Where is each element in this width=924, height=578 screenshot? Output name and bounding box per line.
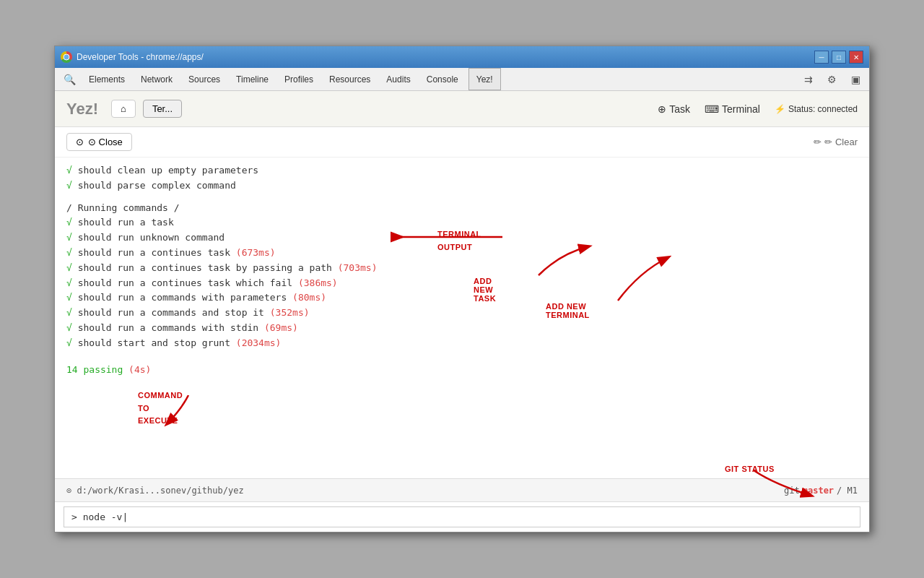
output-line: √ should run a continues task (673ms)	[66, 246, 858, 261]
check-icon: √	[66, 247, 72, 258]
maximize-button[interactable]: □	[832, 51, 846, 64]
check-icon: √	[66, 292, 72, 303]
status-bar: ⊙ d:/work/Krasi...sonev/github/yez GIT S…	[55, 478, 869, 501]
time-value: (352ms)	[270, 307, 310, 318]
passing-time: (4s)	[128, 364, 151, 375]
line-text: should run a task	[78, 217, 174, 228]
git-label: git	[784, 486, 800, 496]
terminal-input[interactable]	[64, 506, 860, 527]
output-line: √ should run a commands with parameters …	[66, 290, 858, 306]
output-line: √ should run unknown command	[66, 230, 858, 246]
check-icon: √	[66, 337, 72, 348]
tab-console[interactable]: Console	[419, 68, 466, 90]
plus-task-icon: ⊕	[658, 103, 666, 115]
output-line: √ should run a continues task which fail…	[66, 276, 858, 291]
output-line: √ should start and stop grunt (2034ms)	[66, 336, 858, 351]
dock-icon[interactable]: ▣	[847, 72, 865, 87]
add-terminal-button[interactable]: ⌨ Terminal	[705, 103, 760, 115]
passing-count: 14 passing	[66, 364, 123, 375]
status-indicator: ⚡ Status: connected	[775, 104, 858, 114]
close-window-button[interactable]: ✕	[849, 51, 863, 64]
toggle-panel-icon[interactable]: ⇉	[800, 72, 817, 87]
clear-label: ✏ Clear	[824, 137, 858, 147]
terminal-label: Terminal	[722, 103, 760, 115]
git-ref: / M1	[837, 486, 858, 496]
line-text: / Running commands /	[66, 202, 180, 213]
line-text: should parse complex command	[78, 180, 236, 191]
time-value: (80ms)	[292, 292, 326, 303]
line-text: should run a continues task by passing a…	[78, 262, 338, 273]
check-icon: √	[66, 232, 72, 243]
pencil-icon: ✏	[814, 137, 821, 147]
home-icon: ⌂	[121, 103, 126, 114]
output-line: √ should run a continues task by passing…	[66, 261, 858, 276]
tab-elements[interactable]: Elements	[82, 68, 132, 90]
minimize-button[interactable]: ─	[814, 51, 829, 64]
check-icon: √	[66, 165, 72, 176]
output-line: / Running commands /	[66, 201, 858, 216]
add-task-button[interactable]: ⊕ Task	[658, 103, 690, 115]
check-icon: √	[66, 217, 72, 228]
output-line: √ should run a commands and stop it (352…	[66, 306, 858, 321]
time-value: (386ms)	[298, 277, 338, 288]
tab-yez[interactable]: Yez!	[468, 68, 501, 90]
time-value: (673ms)	[236, 247, 276, 258]
nav-ter-label: Ter...	[152, 103, 173, 114]
devtools-toolbar: 🔍 Elements Network Sources Timeline Prof…	[55, 68, 869, 91]
window-controls: ─ □ ✕	[814, 51, 863, 64]
time-value: (2034ms)	[236, 337, 282, 348]
line-text: should run a continues task	[78, 247, 236, 258]
lightning-icon: ⚡	[775, 104, 785, 114]
chrome-icon	[61, 51, 72, 63]
output-line: √ should run a commands with stdin (69ms…	[66, 321, 858, 336]
status-text: Status: connected	[788, 104, 858, 114]
content-toolbar: ⊙ ⊙ Close ADD NEW TASK	[55, 127, 869, 158]
tab-audits[interactable]: Audits	[379, 68, 417, 90]
settings-icon[interactable]: ⚙	[823, 72, 841, 87]
git-status: GIT STATUS git master / M1	[784, 486, 858, 496]
line-text: should clean up empty parameters	[78, 165, 258, 176]
nav-ter-button[interactable]: Ter...	[143, 100, 182, 118]
tab-resources[interactable]: Resources	[322, 68, 378, 90]
keyboard-icon: ⌨	[705, 103, 719, 115]
check-icon: √	[66, 307, 72, 318]
output-line: √ should run a task	[66, 215, 858, 230]
line-text: should run a commands and stop it	[78, 307, 270, 318]
toolbar-right: ⇉ ⚙ ▣	[800, 72, 865, 87]
output-line: √ should clean up empty parameters	[66, 163, 858, 178]
tab-profiles[interactable]: Profiles	[277, 68, 321, 90]
title-bar: Developer Tools - chrome://apps/ ─ □ ✕	[55, 46, 869, 68]
yez-logo: Yez!	[66, 100, 98, 118]
close-circle-icon: ⊙	[76, 137, 84, 147]
line-text: should run unknown command	[78, 232, 225, 243]
tab-network[interactable]: Network	[134, 68, 180, 90]
tab-sources[interactable]: Sources	[181, 68, 227, 90]
nav-home-button[interactable]: ⌂	[111, 100, 136, 118]
line-text: should run a commands with stdin	[78, 322, 264, 333]
line-text: should run a commands with parameters	[78, 292, 292, 303]
path-display: ⊙ d:/work/Krasi...sonev/github/yez	[66, 486, 244, 496]
time-value: (69ms)	[264, 322, 298, 333]
devtools-window: Developer Tools - chrome://apps/ ─ □ ✕ 🔍…	[54, 46, 870, 532]
window-title: Developer Tools - chrome://apps/	[77, 52, 814, 62]
terminal-input-bar	[55, 501, 869, 532]
clear-button[interactable]: ✏ ✏ Clear	[814, 137, 858, 147]
check-icon: √	[66, 277, 72, 288]
time-value: (703ms)	[338, 262, 378, 273]
close-label: ⊙ Close	[88, 137, 123, 147]
line-text: should run a continues task which fail	[78, 277, 298, 288]
yez-header: Yez! ⌂ Ter... ⊕ Task ⌨ Terminal ⚡ Status…	[55, 91, 869, 127]
check-icon: √	[66, 180, 72, 191]
line-text: should start and stop grunt	[78, 337, 236, 348]
close-terminal-button[interactable]: ⊙ ⊙ Close	[66, 133, 132, 151]
passing-line: 14 passing (4s)	[66, 363, 858, 378]
main-content: ⊙ ⊙ Close ADD NEW TASK	[55, 127, 869, 532]
search-icon[interactable]: 🔍	[59, 74, 80, 85]
output-area[interactable]: TERMINAL OUTPUT √ should clean up empty …	[55, 158, 869, 478]
check-icon: √	[66, 322, 72, 333]
tab-timeline[interactable]: Timeline	[229, 68, 276, 90]
check-icon: √	[66, 262, 72, 273]
add-task-label: Task	[669, 103, 690, 115]
output-line: √ should parse complex command	[66, 178, 858, 194]
git-branch: master	[803, 486, 834, 496]
